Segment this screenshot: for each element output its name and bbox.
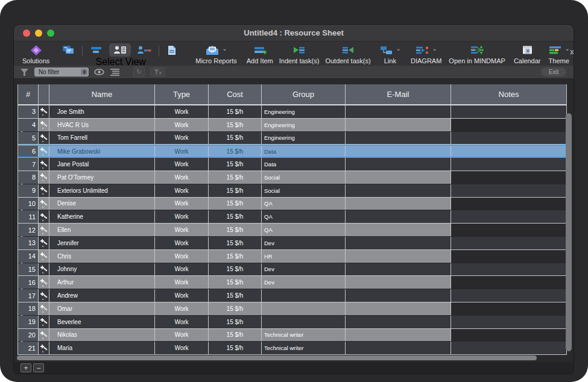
cell-cost[interactable]: 15 $/h [209,158,262,171]
outline-list-button[interactable] [110,68,122,76]
indent-task-button[interactable]: Indent task(s) [279,43,320,66]
calendar-button[interactable]: Calendar [514,43,541,66]
table-row[interactable]: 14 Chris Work 15 $/h HR [18,250,25,263]
cell-name[interactable]: Pat O'Tormey [49,171,155,184]
resource-edit-icon[interactable] [39,132,49,145]
cell-group[interactable]: QA [262,198,346,210]
cell-type[interactable]: Work [155,316,209,328]
column-header-group[interactable]: Group [262,84,346,104]
cell-cost[interactable]: 15 $/h [209,237,262,249]
resource-edit-icon[interactable] [39,184,49,197]
cell-name[interactable]: Andrew [49,289,155,302]
cell-notes[interactable] [451,105,566,118]
cell-cost[interactable]: 15 $/h [209,105,262,118]
cell-type[interactable]: Work [155,302,209,315]
toolbar-overflow-button[interactable]: » [570,46,574,63]
column-header-email[interactable]: E-Mail [346,84,451,104]
resource-edit-icon[interactable] [39,342,49,354]
cell-email[interactable] [346,224,451,236]
column-header-name[interactable]: Name [49,84,155,104]
remove-row-button[interactable]: − [33,363,44,372]
resource-edit-icon[interactable] [39,146,49,157]
cell-type[interactable]: Work [155,237,209,249]
cell-cost[interactable]: 15 $/h [209,119,262,131]
cell-group[interactable]: Dev [262,276,346,289]
cell-type[interactable]: Work [155,198,209,210]
horizontal-scrollbar-thumb[interactable] [17,355,537,360]
cell-type[interactable]: Work [155,184,209,197]
resource-edit-icon[interactable] [39,263,49,276]
cell-group[interactable]: Dev [262,237,346,249]
row-number[interactable]: 14 [18,250,39,263]
cell-cost[interactable]: 15 $/h [209,250,262,263]
cell-type[interactable]: Work [155,210,209,223]
column-header-notes[interactable]: Notes [451,84,566,104]
add-row-button[interactable]: + [21,363,31,372]
cell-type[interactable]: Work [155,329,209,342]
cell-group[interactable]: Engineering [262,132,346,145]
cell-email[interactable] [346,105,451,118]
minimize-window-button[interactable] [35,30,42,37]
column-header-number[interactable]: # [18,84,39,104]
cell-name[interactable]: Chris [49,250,155,263]
resource-edit-icon[interactable] [39,276,49,289]
cell-cost[interactable]: 15 $/h [209,184,262,197]
table-row[interactable]: 16 Arthur Work 15 $/h Dev [18,276,25,289]
close-window-button[interactable] [23,30,30,37]
cell-type[interactable]: Work [155,158,209,171]
cell-name[interactable]: Jennifer [49,237,155,249]
cell-email[interactable] [346,119,451,131]
cell-name[interactable]: Maria [49,342,155,354]
report-page-button[interactable] [166,43,177,66]
cell-cost[interactable]: 15 $/h [209,302,262,315]
row-number[interactable]: 21 [18,342,39,354]
cell-email[interactable] [346,316,451,328]
row-number[interactable]: 7 [18,158,39,171]
view-panels-button[interactable] [62,43,75,66]
cell-cost[interactable]: 15 $/h [209,132,262,145]
resource-edit-icon[interactable] [39,329,49,342]
cell-notes[interactable] [451,158,566,171]
cell-email[interactable] [346,237,451,249]
cell-name[interactable]: Nikolas [49,329,155,342]
cell-email[interactable] [346,132,451,145]
resource-edit-icon[interactable] [39,210,49,223]
cell-name[interactable]: Ellen [49,224,155,236]
cell-group[interactable]: Engineering [262,119,346,131]
cell-type[interactable]: Work [155,263,209,276]
cell-group[interactable]: Technical writer [262,329,346,342]
cell-group[interactable] [262,302,346,315]
cell-group[interactable] [262,289,346,302]
cell-email[interactable] [346,210,451,223]
cell-group[interactable]: Social [262,171,346,184]
cell-name[interactable]: HVAC R Us [49,119,155,131]
cell-name[interactable]: Exteriors Unlimited [49,184,155,197]
micro-reports-button[interactable]: ⌄ Micro Reports [195,43,236,66]
resource-edit-icon[interactable] [39,198,49,210]
cell-cost[interactable]: 15 $/h [209,316,262,328]
vertical-scrollbar-thumb[interactable] [566,113,572,351]
table-row[interactable]: 3 Joe Smith Work 15 $/h Engineering [18,105,566,119]
cell-group[interactable]: Dev [262,263,346,276]
table-row[interactable]: 19 Beverlee Work 15 $/h [18,316,566,329]
resource-edit-icon[interactable] [39,250,49,263]
table-row[interactable]: 8 Pat O'Tormey Work 15 $/h Social [18,171,25,184]
row-number[interactable]: 12 [18,224,39,236]
row-number[interactable]: 16 [18,276,39,289]
cell-email[interactable] [346,146,451,157]
refresh-button[interactable]: ↻ [133,67,145,77]
cell-name[interactable]: Katherine [49,210,155,223]
row-number[interactable]: 11 [18,210,39,223]
cell-email[interactable] [346,342,451,354]
row-number[interactable]: 18 [18,302,39,315]
cell-name[interactable]: Omar [49,302,155,315]
row-number[interactable]: 5 [18,132,39,145]
cell-email[interactable] [346,171,451,184]
table-row[interactable]: 21 Maria Work 15 $/h Technical writer [18,342,566,355]
cell-group[interactable]: Social [262,184,346,197]
cell-type[interactable]: Work [155,276,209,289]
resource-edit-icon[interactable] [39,316,49,328]
cell-name[interactable]: Jane Postal [49,158,155,171]
table-row[interactable]: 17 Andrew Work 15 $/h [18,289,566,302]
cell-cost[interactable]: 15 $/h [209,210,262,223]
